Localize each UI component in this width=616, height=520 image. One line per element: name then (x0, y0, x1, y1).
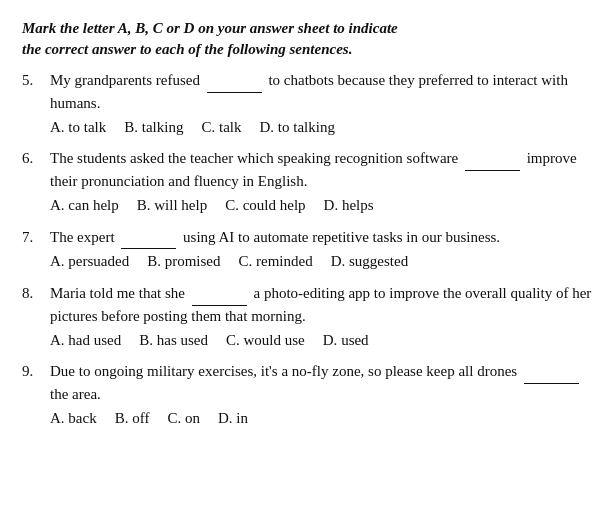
option-letter-1-0: A. (50, 119, 68, 135)
options-line-2: A. can helpB. will helpC. could helpD. h… (50, 195, 594, 217)
option-letter-3-2: C. (239, 253, 257, 269)
question-blank-2 (465, 148, 520, 171)
option-letter-1-1: B. (124, 119, 142, 135)
option-4-B: B. has used (139, 330, 208, 352)
option-letter-2-1: B. (137, 197, 155, 213)
question-text-5: Due to ongoing military exercises, it's … (50, 361, 594, 406)
option-3-B: B. promised (147, 251, 220, 273)
option-2-C: C. could help (225, 195, 305, 217)
option-1-A: A. to talk (50, 117, 106, 139)
option-letter-3-3: D. (331, 253, 349, 269)
question-number-4: 8. (22, 283, 50, 305)
question-blank-4 (192, 283, 247, 306)
question-number-5: 9. (22, 361, 50, 383)
option-5-D: D. in (218, 408, 248, 430)
question-text-2: The students asked the teacher which spe… (50, 148, 594, 193)
question-4: 8.Maria told me that she a photo-editing… (22, 283, 594, 351)
option-letter-1-2: C. (201, 119, 219, 135)
option-4-A: A. had used (50, 330, 121, 352)
question-3: 7.The expert using AI to automate repeti… (22, 227, 594, 274)
question-text-3: The expert using AI to automate repetiti… (50, 227, 594, 250)
option-letter-5-0: A. (50, 410, 68, 426)
question-blank-3 (121, 227, 176, 250)
option-letter-5-2: C. (167, 410, 185, 426)
option-letter-4-3: D. (323, 332, 341, 348)
option-5-B: B. off (115, 408, 150, 430)
option-2-B: B. will help (137, 195, 207, 217)
option-5-A: A. back (50, 408, 97, 430)
question-5: 9.Due to ongoing military exercises, it'… (22, 361, 594, 429)
option-letter-2-3: D. (324, 197, 342, 213)
option-letter-4-2: C. (226, 332, 244, 348)
options-line-5: A. backB. offC. onD. in (50, 408, 594, 430)
option-letter-4-1: B. (139, 332, 157, 348)
option-1-D: D. to talking (259, 117, 334, 139)
question-number-1: 5. (22, 70, 50, 92)
options-line-4: A. had usedB. has usedC. would useD. use… (50, 330, 594, 352)
option-2-D: D. helps (324, 195, 374, 217)
question-text-4: Maria told me that she a photo-editing a… (50, 283, 594, 328)
option-1-C: C. talk (201, 117, 241, 139)
option-letter-5-3: D. (218, 410, 236, 426)
option-letter-5-1: B. (115, 410, 133, 426)
option-4-C: C. would use (226, 330, 305, 352)
question-1: 5.My grandparents refused to chatbots be… (22, 70, 594, 138)
option-4-D: D. used (323, 330, 369, 352)
question-blank-5 (524, 361, 579, 384)
option-3-A: A. persuaded (50, 251, 129, 273)
question-blank-1 (207, 70, 262, 93)
question-number-3: 7. (22, 227, 50, 249)
option-letter-1-3: D. (259, 119, 277, 135)
question-2: 6.The students asked the teacher which s… (22, 148, 594, 216)
question-number-2: 6. (22, 148, 50, 170)
option-letter-2-0: A. (50, 197, 68, 213)
option-letter-3-1: B. (147, 253, 165, 269)
option-3-C: C. reminded (239, 251, 313, 273)
option-letter-4-0: A. (50, 332, 68, 348)
options-line-3: A. persuadedB. promisedC. remindedD. sug… (50, 251, 594, 273)
option-5-C: C. on (167, 408, 200, 430)
options-line-1: A. to talkB. talkingC. talkD. to talking (50, 117, 594, 139)
option-1-B: B. talking (124, 117, 183, 139)
option-2-A: A. can help (50, 195, 119, 217)
question-text-1: My grandparents refused to chatbots beca… (50, 70, 594, 115)
option-letter-3-0: A. (50, 253, 68, 269)
option-letter-2-2: C. (225, 197, 243, 213)
instruction: Mark the letter A, B, C or D on your ans… (22, 18, 594, 60)
questions-container: 5.My grandparents refused to chatbots be… (22, 70, 594, 430)
option-3-D: D. suggested (331, 251, 409, 273)
